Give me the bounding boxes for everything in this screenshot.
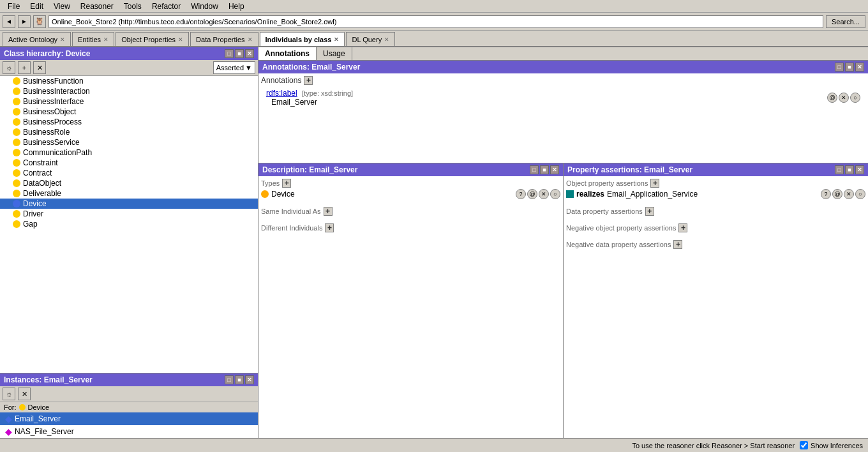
close-class-hierarchy[interactable]: ✕: [245, 49, 254, 58]
tree-item-dataobject[interactable]: DataObject: [0, 178, 258, 188]
type-circle-btn[interactable]: ○: [550, 189, 560, 199]
instance-add-icon[interactable]: ☼: [3, 388, 15, 400]
tree-item-businessfunction[interactable]: BusinessFunction: [0, 76, 258, 86]
menu-edit[interactable]: Edit: [25, 1, 49, 12]
add-type-button[interactable]: +: [282, 179, 291, 188]
type-x-btn[interactable]: ✕: [539, 189, 549, 199]
realizes-question-btn[interactable]: ?: [821, 189, 831, 199]
maximize-property-assertions[interactable]: ■: [845, 165, 854, 174]
annotation-at-btn[interactable]: @: [827, 93, 837, 103]
add-negative-object-property-button[interactable]: +: [678, 223, 687, 232]
close-tab-data-properties[interactable]: ✕: [248, 36, 253, 43]
class-new-icon[interactable]: +: [18, 61, 31, 74]
add-different-individual-button[interactable]: +: [325, 223, 334, 232]
tree-item-businessservice[interactable]: BusinessService: [0, 137, 258, 147]
tab-dl-query[interactable]: DL Query ✕: [346, 32, 395, 46]
close-description[interactable]: ✕: [550, 165, 559, 174]
close-tab-dl-query[interactable]: ✕: [384, 36, 389, 43]
tree-item-constraint[interactable]: Constraint: [0, 158, 258, 168]
search-button[interactable]: Search...: [826, 15, 865, 28]
add-annotation-button[interactable]: +: [304, 76, 313, 85]
minimize-description[interactable]: □: [530, 165, 539, 174]
class-tree[interactable]: BusinessFunction BusinessInteraction Bus…: [0, 76, 258, 373]
close-instances[interactable]: ✕: [245, 375, 254, 384]
address-input[interactable]: [49, 15, 823, 28]
minimize-annotations[interactable]: □: [835, 63, 844, 72]
tab-object-properties[interactable]: Object Properties ✕: [116, 32, 189, 46]
back-button[interactable]: ◄: [3, 15, 15, 28]
tree-item-businessrole[interactable]: BusinessRole: [0, 127, 258, 137]
tree-item-gap[interactable]: Gap: [0, 219, 258, 229]
minimize-class-hierarchy[interactable]: □: [225, 49, 234, 58]
realizes-x-btn[interactable]: ✕: [844, 189, 854, 199]
menu-tools[interactable]: Tools: [119, 1, 147, 12]
tree-item-businessinteraction[interactable]: BusinessInteraction: [0, 86, 258, 96]
tab-individuals-by-class[interactable]: Individuals by class ✕: [260, 32, 345, 46]
bottom-panels: Description: Email_Server □ ■ ✕ Types + …: [258, 163, 868, 438]
rdfs-label-link[interactable]: rdfs:label: [266, 89, 297, 98]
menu-window[interactable]: Window: [186, 1, 223, 12]
class-add-icon[interactable]: ☼: [3, 61, 15, 74]
menu-reasoner[interactable]: Reasoner: [75, 1, 119, 12]
show-inferences-checkbox[interactable]: [800, 441, 808, 449]
maximize-description[interactable]: ■: [540, 165, 549, 174]
annotations-section-controls: □ ■ ✕: [835, 63, 864, 72]
tab-entities[interactable]: Entities ✕: [72, 32, 114, 46]
class-delete-icon[interactable]: ✕: [33, 61, 46, 74]
add-data-property-button[interactable]: +: [645, 207, 654, 216]
maximize-instances[interactable]: ■: [235, 375, 244, 384]
annotations-content: Annotations + rdfs:label [type: xsd:stri…: [258, 73, 868, 163]
forward-button[interactable]: ►: [18, 15, 31, 28]
tree-item-contract[interactable]: Contract: [0, 168, 258, 178]
for-class-label: Device: [28, 403, 50, 411]
add-same-individual-button[interactable]: +: [324, 207, 333, 216]
maximize-annotations[interactable]: ■: [845, 63, 854, 72]
annotations-area: Annotations Usage Annotations: Email_Ser…: [258, 47, 868, 163]
instances-panel: Instances: Email_Server □ ■ ✕ ☼ ✕ For: D…: [0, 373, 258, 438]
tab-annotations[interactable]: Annotations: [258, 47, 317, 60]
tree-item-driver[interactable]: Driver: [0, 209, 258, 219]
menu-file[interactable]: File: [3, 1, 25, 12]
type-question-btn[interactable]: ?: [516, 189, 526, 199]
annotation-type: [type: xsd:string]: [302, 89, 353, 97]
instances-list: ◆ Email_Server ◆ NAS_File_Server: [0, 412, 258, 438]
tree-item-businessobject[interactable]: BusinessObject: [0, 107, 258, 117]
minimize-instances[interactable]: □: [225, 375, 234, 384]
realizes-circle-btn[interactable]: ○: [855, 189, 865, 199]
instance-delete-icon[interactable]: ✕: [18, 388, 31, 400]
close-tab-entities[interactable]: ✕: [103, 36, 108, 43]
tab-usage[interactable]: Usage: [317, 47, 352, 60]
close-tab-individuals[interactable]: ✕: [334, 36, 339, 43]
tab-data-properties[interactable]: Data Properties ✕: [190, 32, 258, 46]
type-device-row: Device ? @ ✕ ○: [261, 189, 560, 199]
close-property-assertions[interactable]: ✕: [855, 165, 864, 174]
maximize-class-hierarchy[interactable]: ■: [235, 49, 244, 58]
realizes-at-btn[interactable]: @: [832, 189, 842, 199]
instance-nas-file-server[interactable]: ◆ NAS_File_Server: [0, 425, 258, 438]
right-panel: Annotations Usage Annotations: Email_Ser…: [258, 47, 868, 438]
menu-help[interactable]: Help: [223, 1, 250, 12]
tree-item-device[interactable]: Device: [0, 199, 258, 209]
negative-object-property-label-row: Negative object property assertions +: [566, 223, 865, 232]
type-at-btn[interactable]: @: [527, 189, 537, 199]
class-hierarchy-controls: □ ■ ✕: [225, 49, 254, 58]
close-tab-active-ontology[interactable]: ✕: [60, 36, 65, 43]
annotation-x-btn[interactable]: ✕: [839, 93, 849, 103]
for-row: For: Device: [0, 402, 258, 412]
tree-item-businessprocess[interactable]: BusinessProcess: [0, 117, 258, 127]
tree-item-businessinterface[interactable]: BusinessInterface: [0, 96, 258, 107]
menu-view[interactable]: View: [49, 1, 75, 12]
add-object-property-button[interactable]: +: [650, 179, 659, 188]
tree-item-deliverable[interactable]: Deliverable: [0, 188, 258, 199]
close-annotations[interactable]: ✕: [855, 63, 864, 72]
tree-item-communicationpath[interactable]: CommunicationPath: [0, 147, 258, 158]
annotation-circle-btn[interactable]: ○: [850, 93, 860, 103]
menu-refactor[interactable]: Refactor: [147, 1, 186, 12]
instance-email-server[interactable]: ◆ Email_Server: [0, 412, 258, 425]
asserted-dropdown[interactable]: Asserted ▼: [213, 61, 255, 74]
close-tab-object-properties[interactable]: ✕: [178, 36, 183, 43]
minimize-property-assertions[interactable]: □: [835, 165, 844, 174]
tab-active-ontology[interactable]: Active Ontology ✕: [3, 32, 71, 46]
add-negative-data-property-button[interactable]: +: [673, 240, 682, 249]
description-panel: Description: Email_Server □ ■ ✕ Types + …: [258, 163, 564, 438]
